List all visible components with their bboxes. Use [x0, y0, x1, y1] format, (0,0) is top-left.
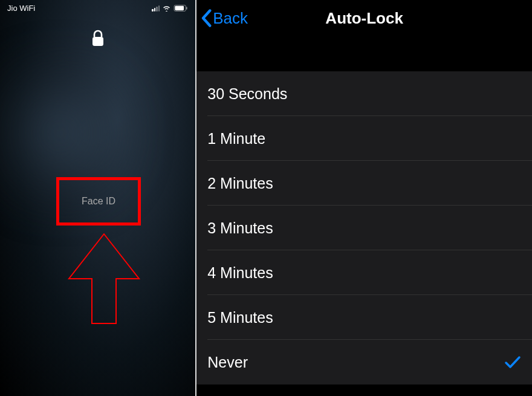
- annotation-highlight-box: Face ID: [56, 177, 141, 226]
- section-spacer: [196, 36, 532, 71]
- svg-rect-1: [175, 6, 184, 10]
- lock-icon: [91, 30, 105, 48]
- option-label: 1 Minute: [207, 130, 265, 148]
- option-label: Never: [207, 354, 248, 371]
- option-label: 30 Seconds: [207, 85, 287, 103]
- nav-header: Back Auto-Lock: [196, 0, 532, 36]
- option-never[interactable]: Never: [196, 340, 532, 385]
- option-label: 5 Minutes: [207, 309, 273, 326]
- option-30-seconds[interactable]: 30 Seconds: [196, 71, 532, 116]
- settings-panel: Back Auto-Lock 30 Seconds 1 Minute 2 Min…: [196, 0, 532, 396]
- option-label: 3 Minutes: [207, 219, 273, 237]
- back-label: Back: [213, 9, 248, 28]
- status-icons: [152, 5, 188, 11]
- lock-indicator: [0, 30, 195, 48]
- option-5-minutes[interactable]: 5 Minutes: [196, 295, 532, 340]
- face-id-label: Face ID: [82, 196, 115, 207]
- cellular-signal-icon: [152, 5, 160, 11]
- autolock-options-list: 30 Seconds 1 Minute 2 Minutes 3 Minutes …: [196, 71, 532, 385]
- option-4-minutes[interactable]: 4 Minutes: [196, 250, 532, 295]
- svg-rect-2: [186, 7, 187, 10]
- option-label: 2 Minutes: [207, 175, 273, 192]
- back-button[interactable]: Back: [196, 9, 248, 28]
- annotation-arrow-icon: [65, 232, 143, 325]
- option-label: 4 Minutes: [207, 264, 273, 282]
- option-3-minutes[interactable]: 3 Minutes: [196, 206, 532, 250]
- chevron-left-icon: [200, 9, 212, 27]
- option-1-minute[interactable]: 1 Minute: [196, 116, 532, 161]
- carrier-label: Jio WiFi: [7, 4, 35, 13]
- svg-rect-3: [92, 37, 103, 46]
- page-title: Auto-Lock: [325, 9, 403, 28]
- status-bar: Jio WiFi: [0, 0, 195, 13]
- wifi-icon: [162, 5, 171, 11]
- option-2-minutes[interactable]: 2 Minutes: [196, 161, 532, 206]
- lock-screen-panel: Jio WiFi Face ID: [0, 0, 195, 396]
- battery-icon: [174, 5, 188, 11]
- checkmark-icon: [504, 355, 521, 369]
